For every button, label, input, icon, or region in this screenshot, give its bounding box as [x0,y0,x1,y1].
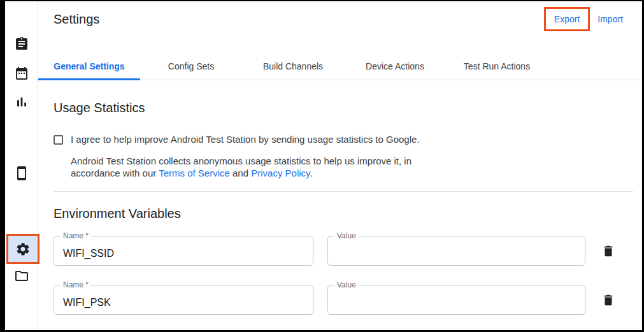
gear-icon[interactable] [15,242,31,257]
export-annotation-box: Export [544,7,590,31]
section-divider [54,191,633,192]
name-field-label: Name * [61,232,91,240]
name-field-label: Name * [61,281,91,289]
sidebar-item-file-browser[interactable] [14,268,29,284]
page-header: Settings Export Import [38,1,642,37]
folder-icon [14,268,29,284]
privacy-policy-link[interactable]: Privacy Policy [251,168,310,178]
general-settings-content: Usage Statistics I agree to help improve… [38,80,642,330]
import-button[interactable]: Import [597,14,623,24]
sidebar [5,1,38,330]
delete-env-var-button[interactable] [601,292,617,308]
bar-chart-icon [14,94,29,110]
terms-of-service-link[interactable]: Terms of Service [159,168,230,178]
env-var-name-field: Name * [54,236,313,266]
tab-device-actions[interactable]: Device Actions [344,54,446,80]
smartphone-icon [14,166,29,181]
env-var-name-input[interactable] [54,236,313,265]
sidebar-item-devices[interactable] [14,166,29,181]
main-panel: Settings Export Import General Settings … [38,1,642,330]
trash-icon [601,244,617,258]
settings-nav-highlight [6,234,39,264]
env-var-value-field: Value [327,285,585,315]
tab-general-settings[interactable]: General Settings [38,54,140,80]
usage-statistics-agree-row: I agree to help improve Android Test Sta… [54,132,627,147]
env-var-name-input[interactable] [54,285,313,314]
trash-icon [601,293,617,307]
usage-statistics-checkbox[interactable] [54,135,63,145]
env-var-value-input[interactable] [328,285,585,314]
assignment-icon [14,36,29,52]
calendar-icon [14,66,29,81]
export-button[interactable]: Export [554,14,580,24]
sidebar-item-test-suites[interactable] [14,36,29,52]
tab-test-run-actions[interactable]: Test Run Actions [446,54,548,80]
description-conjunction: and [230,168,251,178]
usage-statistics-agree-label: I agree to help improve Android Test Sta… [71,132,420,147]
description-suffix: . [310,168,312,178]
env-var-value-input[interactable] [328,236,585,265]
sidebar-item-test-results[interactable] [14,94,29,110]
env-var-name-field: Name * [54,285,313,315]
tab-build-channels[interactable]: Build Channels [242,54,344,80]
usage-statistics-description: Android Test Station collects anonymous … [54,155,448,179]
usage-statistics-heading: Usage Statistics [54,99,627,117]
value-field-label: Value [334,281,359,289]
page-title: Settings [54,12,99,27]
env-var-row: Name * Value [54,285,627,315]
environment-variables-heading: Environment Variables [54,205,627,222]
settings-tab-bar: General Settings Config Sets Build Chann… [38,54,642,80]
app-window: Settings Export Import General Settings … [0,0,644,332]
sidebar-item-test-plans[interactable] [14,66,29,81]
env-var-row: Name * Value [54,236,627,266]
delete-env-var-button[interactable] [601,243,617,259]
env-var-value-field: Value [327,236,585,266]
tab-config-sets[interactable]: Config Sets [140,54,242,80]
value-field-label: Value [334,232,359,240]
